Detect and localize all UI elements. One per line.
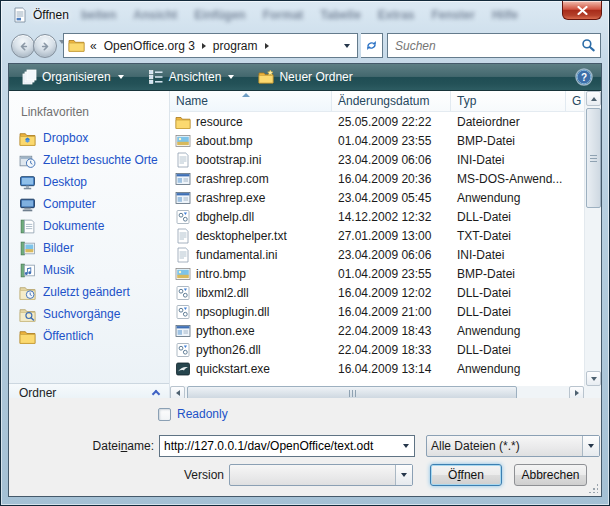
file-type: DLL-Datei	[451, 210, 584, 224]
sidebar-item-computer[interactable]: Computer	[9, 193, 169, 215]
table-row[interactable]: crashrep.com16.04.2009 20:36MS-DOS-Anwen…	[170, 169, 584, 188]
file-type: TXT-Datei	[451, 229, 584, 243]
file-type: Anwendung	[451, 362, 584, 376]
column-header-name[interactable]: Name	[170, 91, 332, 111]
filetype-select[interactable]: Alle Dateien (*.*)	[426, 435, 600, 457]
sidebar-item-dokumente[interactable]: Dokumente	[9, 215, 169, 237]
text-file-icon	[175, 152, 191, 168]
table-row[interactable]: npsoplugin.dll16.04.2009 21:00DLL-Datei	[170, 302, 584, 321]
file-date: 14.12.2002 12:32	[332, 210, 451, 224]
close-icon	[577, 6, 588, 15]
folder-icon	[68, 38, 85, 53]
file-date: 23.04.2009 06:06	[332, 153, 451, 167]
computer-icon	[19, 196, 36, 213]
search-input[interactable]	[395, 39, 581, 53]
breadcrumb-dropdown-button[interactable]	[339, 44, 355, 48]
new-folder-button[interactable]: Neuer Ordner	[254, 67, 356, 87]
breadcrumb-item[interactable]: program	[209, 39, 262, 53]
cancel-button[interactable]: Abbrechen	[514, 464, 587, 486]
refresh-button[interactable]	[361, 33, 383, 58]
titlebar[interactable]: Öffnen beitenAnsichtEinfügenFormatTabell…	[1, 1, 609, 29]
sidebar-item-musik[interactable]: Musik	[9, 259, 169, 281]
table-row[interactable]: python26.dll22.04.2009 18:33DLL-Datei	[170, 340, 584, 359]
close-button[interactable]	[562, 1, 602, 20]
open-file-dialog: Öffnen beitenAnsichtEinfügenFormatTabell…	[0, 0, 610, 506]
table-row[interactable]: crashrep.exe23.04.2009 05:45Anwendung	[170, 188, 584, 207]
column-header-size[interactable]: G	[566, 91, 584, 111]
table-row[interactable]: libxml2.dll16.04.2009 12:02DLL-Datei	[170, 283, 584, 302]
file-date: 01.04.2009 23:55	[332, 134, 451, 148]
sidebar-item-zuletzt-ge-ndert[interactable]: Zuletzt geändert	[9, 281, 169, 303]
table-row[interactable]: quickstart.exe16.04.2009 13:14Anwendung	[170, 359, 584, 378]
file-name: python.exe	[196, 324, 255, 338]
readonly-checkbox[interactable]	[158, 408, 171, 421]
breadcrumb[interactable]: « OpenOffice.org 3program	[63, 33, 358, 58]
filename-combobox[interactable]	[159, 435, 415, 457]
navigation-bar: « OpenOffice.org 3program	[1, 29, 609, 63]
column-header-date[interactable]: Änderungsdatum	[332, 91, 451, 111]
file-date: 16.04.2009 12:02	[332, 286, 451, 300]
file-type: BMP-Datei	[451, 267, 584, 281]
vertical-scrollbar-thumb[interactable]	[586, 108, 601, 208]
readonly-label: Readonly	[177, 407, 228, 421]
sidebar-item-label: Computer	[43, 197, 96, 211]
readonly-option[interactable]: Readonly	[158, 407, 228, 421]
chevron-down-icon	[403, 444, 409, 448]
file-name: desktophelper.txt	[196, 229, 287, 243]
filename-input[interactable]	[160, 439, 397, 453]
filetype-dropdown-button[interactable]	[582, 436, 599, 456]
table-row[interactable]: python.exe22.04.2009 18:43Anwendung	[170, 321, 584, 340]
table-row[interactable]: intro.bmp01.04.2009 23:55BMP-Datei	[170, 264, 584, 283]
organize-button[interactable]: Organisieren	[17, 67, 128, 87]
table-row[interactable]: bootstrap.ini23.04.2009 06:06INI-Datei	[170, 150, 584, 169]
triangle-up-icon	[591, 97, 597, 101]
file-date: 23.04.2009 06:06	[332, 248, 451, 262]
search-icon[interactable]	[581, 38, 596, 53]
views-button[interactable]: Ansichten	[144, 67, 239, 87]
image-file-icon	[175, 266, 191, 282]
sidebar-item-bilder[interactable]: Bilder	[9, 237, 169, 259]
sidebar-item-desktop[interactable]: Desktop	[9, 171, 169, 193]
file-name: dbghelp.dll	[196, 210, 254, 224]
file-type: Anwendung	[451, 191, 584, 205]
chevron-down-icon	[344, 44, 350, 48]
table-row[interactable]: desktophelper.txt27.01.2009 13:00TXT-Dat…	[170, 226, 584, 245]
scroll-up-button[interactable]	[586, 91, 601, 106]
back-button[interactable]	[11, 34, 35, 58]
file-date: 23.04.2009 05:45	[332, 191, 451, 205]
sidebar-item-suchvorg-nge[interactable]: Suchvorgänge	[9, 303, 169, 325]
column-headers: Name Änderungsdatum Typ G	[170, 91, 584, 112]
table-row[interactable]: dbghelp.dll14.12.2002 12:32DLL-Datei	[170, 207, 584, 226]
forward-button[interactable]	[33, 34, 57, 58]
version-select[interactable]	[229, 464, 413, 486]
sidebar-item-dropbox[interactable]: Dropbox	[9, 127, 169, 149]
search-field[interactable]	[387, 33, 601, 58]
sidebar-item-label: Zuletzt geändert	[43, 285, 130, 299]
new-folder-label: Neuer Ordner	[279, 70, 352, 84]
sidebar-item-zuletzt-besuchte-orte[interactable]: Zuletzt besuchte Orte	[9, 149, 169, 171]
text-file-icon	[175, 247, 191, 263]
help-button[interactable]: ?	[575, 68, 593, 86]
vertical-scrollbar[interactable]	[584, 91, 601, 386]
back-arrow-icon	[17, 40, 30, 53]
breadcrumb-item[interactable]: OpenOffice.org 3	[100, 39, 199, 53]
table-row[interactable]: about.bmp01.04.2009 23:55BMP-Datei	[170, 131, 584, 150]
new-folder-icon	[258, 69, 274, 85]
table-row[interactable]: resource25.05.2009 22:22Dateiordner	[170, 112, 584, 131]
app-file-icon	[175, 190, 191, 206]
scroll-down-button[interactable]	[586, 371, 601, 386]
filename-dropdown-button[interactable]	[397, 436, 414, 456]
version-dropdown-button[interactable]	[395, 465, 412, 485]
column-header-type[interactable]: Typ	[451, 91, 566, 111]
document-icon	[12, 7, 28, 23]
file-name: npsoplugin.dll	[196, 305, 269, 319]
open-button[interactable]: Öffnen	[430, 464, 502, 486]
pictures-icon	[19, 240, 36, 257]
breadcrumb-separator-icon[interactable]	[265, 43, 269, 49]
breadcrumb-separator-icon[interactable]	[202, 43, 206, 49]
table-row[interactable]: fundamental.ini23.04.2009 06:06INI-Datei	[170, 245, 584, 264]
breadcrumb-overflow-indicator[interactable]: «	[90, 39, 97, 53]
refresh-icon	[364, 38, 379, 53]
sidebar-item--ffentlich[interactable]: Öffentlich	[9, 325, 169, 347]
version-label: Version	[9, 468, 224, 482]
